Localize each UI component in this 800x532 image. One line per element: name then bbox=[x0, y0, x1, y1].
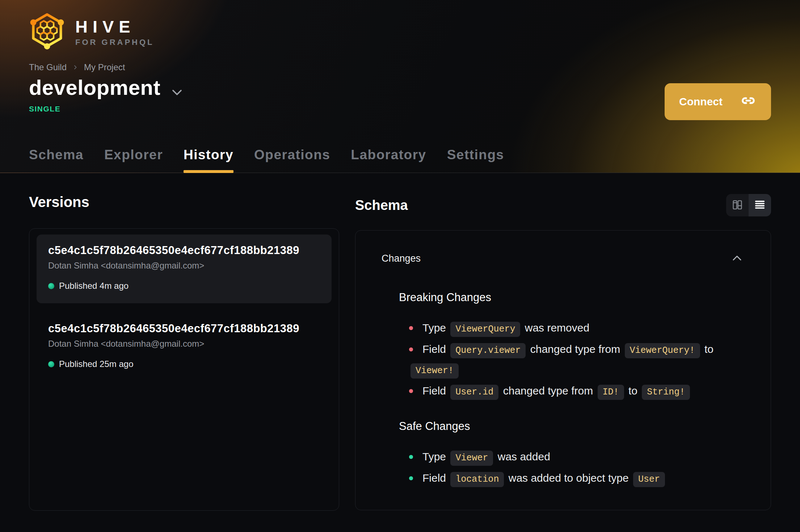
change-item: Type ViewerQuery was removed bbox=[409, 318, 727, 339]
schema-section: Schema bbox=[355, 194, 771, 511]
change-item: Field Query.viewer changed type from Vie… bbox=[409, 340, 727, 380]
page-header: HIVE FOR GRAPHQL The Guild My Project de… bbox=[0, 0, 800, 173]
code-chip: ID! bbox=[598, 385, 624, 400]
changes-label: Changes bbox=[382, 253, 421, 264]
schema-header-row: Schema bbox=[355, 194, 771, 216]
version-status-label: Published 4m ago bbox=[59, 281, 129, 291]
version-author: Dotan Simha <dotansimha@gmail.com> bbox=[48, 339, 320, 349]
tab-history[interactable]: History bbox=[184, 147, 233, 173]
change-item: Type Viewer was added bbox=[409, 447, 727, 468]
published-dot-icon bbox=[48, 361, 54, 367]
breadcrumb-org-link[interactable]: The Guild bbox=[29, 62, 67, 72]
link-icon bbox=[741, 93, 756, 111]
code-chip: User.id bbox=[450, 385, 498, 400]
list-icon bbox=[754, 199, 766, 212]
code-chip: ViewerQuery! bbox=[625, 343, 700, 358]
changes-collapse-row[interactable]: Changes bbox=[382, 253, 742, 264]
code-chip: ViewerQuery bbox=[450, 322, 520, 337]
schema-heading: Schema bbox=[355, 198, 408, 213]
section-title: Breaking Changes bbox=[399, 291, 742, 304]
change-item: Field location was added to object type … bbox=[409, 469, 727, 489]
bullet-icon bbox=[409, 389, 413, 393]
change-item: Field User.id changed type from ID! to S… bbox=[409, 381, 727, 402]
breadcrumb: The Guild My Project bbox=[29, 62, 771, 72]
versions-section: Versions c5e4c1c5f78b26465350e4ecf677cf1… bbox=[29, 194, 339, 511]
version-hash: c5e4c1c5f78b26465350e4ecf677cf188bb21389 bbox=[48, 244, 320, 257]
tab-schema[interactable]: Schema bbox=[29, 147, 84, 173]
version-author: Dotan Simha <dotansimha@gmail.com> bbox=[48, 261, 320, 271]
code-chip: Query.viewer bbox=[450, 343, 526, 358]
list-view-button[interactable] bbox=[749, 194, 771, 216]
hive-honeycomb-logo-icon bbox=[29, 12, 65, 52]
columns-icon bbox=[732, 199, 743, 212]
brand-name: HIVE bbox=[75, 18, 154, 35]
tab-explorer[interactable]: Explorer bbox=[104, 147, 163, 173]
schema-changes-panel: Changes Breaking ChangesType ViewerQuery… bbox=[355, 230, 771, 510]
version-status: Published 4m ago bbox=[48, 281, 320, 291]
changes-sections: Breaking ChangesType ViewerQuery was rem… bbox=[382, 291, 742, 489]
version-hash: c5e4c1c5f78b26465350e4ecf677cf188bb21389 bbox=[48, 322, 320, 335]
versions-heading: Versions bbox=[29, 194, 339, 210]
hive-app-window: HIVE FOR GRAPHQL The Guild My Project de… bbox=[0, 0, 800, 532]
bullet-icon bbox=[409, 476, 413, 480]
chevron-up-icon bbox=[732, 254, 742, 263]
status-badge: SINGLE bbox=[29, 105, 183, 113]
section-title: Safe Changes bbox=[399, 420, 742, 433]
version-status-label: Published 25m ago bbox=[59, 359, 133, 369]
chevron-down-icon[interactable] bbox=[171, 89, 183, 98]
version-item[interactable]: c5e4c1c5f78b26465350e4ecf677cf188bb21389… bbox=[37, 313, 332, 381]
bullet-icon bbox=[409, 347, 413, 351]
code-chip: String! bbox=[642, 385, 690, 400]
split-view-button[interactable] bbox=[726, 194, 749, 216]
tab-laboratory[interactable]: Laboratory bbox=[351, 147, 426, 173]
breaking-change-list: Type ViewerQuery was removed Field Query… bbox=[399, 318, 727, 402]
code-chip: location bbox=[450, 472, 504, 487]
version-status: Published 25m ago bbox=[48, 359, 320, 369]
page-title: development bbox=[29, 75, 160, 100]
view-mode-toggle bbox=[726, 194, 771, 216]
connect-button-label: Connect bbox=[679, 96, 723, 108]
main-content: Versions c5e4c1c5f78b26465350e4ecf677cf1… bbox=[0, 173, 800, 511]
safe-change-list: Type Viewer was added Field location was… bbox=[399, 447, 727, 489]
target-title-block: development SINGLE bbox=[29, 75, 183, 113]
brand-wordmark: HIVE FOR GRAPHQL bbox=[75, 18, 154, 46]
code-chip: Viewer! bbox=[410, 363, 459, 379]
tab-operations[interactable]: Operations bbox=[254, 147, 330, 173]
code-chip: Viewer bbox=[450, 451, 493, 466]
breadcrumb-project-link[interactable]: My Project bbox=[84, 62, 125, 72]
connect-button[interactable]: Connect bbox=[665, 83, 771, 120]
published-dot-icon bbox=[48, 283, 54, 289]
tab-settings[interactable]: Settings bbox=[447, 147, 504, 173]
chevron-right-icon bbox=[72, 62, 78, 72]
bullet-icon bbox=[409, 326, 413, 330]
version-item[interactable]: c5e4c1c5f78b26465350e4ecf677cf188bb21389… bbox=[37, 235, 332, 303]
bullet-icon bbox=[409, 455, 413, 459]
tab-bar: SchemaExplorerHistoryOperationsLaborator… bbox=[29, 147, 771, 173]
target-title-row: development SINGLE Connect bbox=[29, 75, 771, 120]
brand-logo-row[interactable]: HIVE FOR GRAPHQL bbox=[29, 12, 771, 52]
versions-list: c5e4c1c5f78b26465350e4ecf677cf188bb21389… bbox=[29, 228, 339, 511]
code-chip: User bbox=[633, 472, 665, 487]
brand-tagline: FOR GRAPHQL bbox=[75, 38, 154, 46]
